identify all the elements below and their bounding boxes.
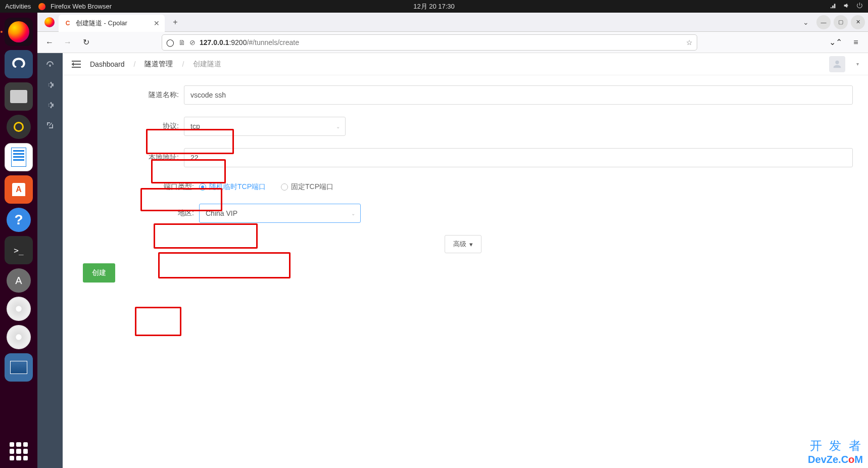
page-content: Dashboard / 隧道管理 / 创建隧道 ▾ 隧道名称: 协议: tcp (37, 53, 868, 468)
dock-help[interactable]: ? (7, 208, 31, 232)
port-type-random-label: 随机临时TCP端口 (209, 182, 266, 192)
create-tunnel-form: 隧道名称: 协议: tcp ⌄ 本地地址: 端口类型: (63, 75, 868, 293)
sidebar-gear-icon[interactable] (45, 80, 55, 89)
sidebar-toggle-button[interactable] (72, 61, 81, 68)
clock[interactable]: 12月 20 17:30 (413, 2, 455, 11)
firefox-window: C 创建隧道 - Cpolar ✕ + ⌄ — ▢ ✕ ← → ↻ ◯ 🗎 ⊘ … (37, 13, 868, 468)
protocol-label: 协议: (73, 122, 184, 131)
dock-software[interactable] (5, 175, 33, 204)
url-text: 127.0.0.1:9200/#/tunnels/create (200, 38, 299, 46)
dock-files[interactable] (5, 82, 33, 111)
page-main: Dashboard / 隧道管理 / 创建隧道 ▾ 隧道名称: 协议: tcp (63, 53, 868, 468)
dock-disc-2[interactable] (7, 325, 31, 349)
volume-icon[interactable] (843, 2, 850, 11)
sidebar-gear-icon-2[interactable] (45, 101, 55, 110)
tabs-dropdown-button[interactable]: ⌄ (803, 18, 809, 26)
tunnel-name-label: 隧道名称: (73, 90, 184, 100)
pocket-icon[interactable]: ⌄⌃ (828, 34, 844, 51)
app-sidebar (37, 53, 63, 468)
caret-down-icon: ▾ (469, 241, 473, 248)
advanced-toggle-button[interactable]: 高级 ▾ (445, 235, 481, 253)
radio-dot-icon (199, 183, 206, 191)
dock-disc-1[interactable] (7, 297, 31, 321)
region-select[interactable]: China VIP ⌄ (199, 204, 361, 223)
tab-favicon: C (64, 19, 72, 27)
tunnel-name-input[interactable] (184, 85, 853, 105)
nav-forward-button[interactable]: → (60, 34, 76, 51)
dock-apps-button[interactable] (10, 442, 28, 460)
watermark-line1: 开 发 者 (808, 438, 863, 454)
dock-terminal[interactable]: >_ (5, 236, 33, 264)
gnome-top-bar: Activities Firefox Web Browser 12月 20 17… (0, 0, 868, 13)
connection-icon[interactable]: ⊘ (189, 38, 196, 46)
dock-firefox[interactable] (5, 18, 33, 46)
new-tab-button[interactable]: + (168, 15, 183, 30)
firefox-tab-bar: C 创建隧道 - Cpolar ✕ + ⌄ — ▢ ✕ (37, 13, 868, 32)
region-label: 地区: (73, 209, 199, 218)
dock-rhythmbox[interactable] (7, 115, 31, 139)
ubuntu-dock: ? >_ A (0, 13, 37, 468)
nav-reload-button[interactable]: ↻ (78, 34, 94, 51)
nav-back-button[interactable]: ← (41, 34, 58, 51)
page-info-icon[interactable]: 🗎 (178, 38, 185, 46)
advanced-label: 高级 (453, 240, 466, 249)
shield-icon: ◯ (166, 38, 174, 46)
local-addr-input[interactable] (184, 148, 853, 167)
active-app-indicator[interactable]: Firefox Web Browser (38, 3, 112, 11)
user-menu-chevron-icon[interactable]: ▾ (856, 61, 859, 67)
page-topbar: Dashboard / 隧道管理 / 创建隧道 ▾ (63, 53, 868, 75)
port-type-fixed-label: 固定TCP端口 (291, 182, 333, 192)
port-type-label: 端口类型: (73, 182, 199, 192)
breadcrumb-tunnel-manage[interactable]: 隧道管理 (144, 60, 173, 69)
browser-tab-active[interactable]: C 创建隧道 - Cpolar ✕ (59, 15, 165, 32)
dock-thunderbird[interactable] (5, 50, 33, 78)
region-value: China VIP (206, 209, 237, 217)
create-button[interactable]: 创建 (83, 263, 115, 283)
local-addr-label: 本地地址: (73, 153, 184, 162)
chevron-down-icon: ⌄ (351, 211, 355, 216)
dock-writer[interactable] (5, 143, 33, 171)
url-bar[interactable]: ◯ 🗎 ⊘ 127.0.0.1:9200/#/tunnels/create ☆ (162, 34, 697, 51)
protocol-select[interactable]: tcp ⌄ (184, 117, 346, 136)
tab-title: 创建隧道 - Cpolar (76, 19, 127, 28)
dock-desktop[interactable] (5, 353, 33, 382)
window-minimize-button[interactable]: — (816, 15, 831, 29)
port-type-random-radio[interactable]: 随机临时TCP端口 (199, 182, 266, 192)
chevron-down-icon: ⌄ (336, 124, 340, 129)
watermark-line2: DevZe.CoM (808, 454, 863, 465)
watermark: 开 发 者 DevZe.CoM (808, 438, 863, 465)
power-icon[interactable] (856, 2, 863, 11)
breadcrumb-dashboard[interactable]: Dashboard (90, 60, 125, 68)
bookmark-star-icon[interactable]: ☆ (686, 38, 693, 46)
highlight-box (135, 307, 181, 336)
network-icon[interactable] (830, 2, 837, 11)
window-close-button[interactable]: ✕ (851, 15, 865, 29)
active-app-name: Firefox Web Browser (51, 3, 112, 10)
protocol-value: tcp (190, 122, 200, 130)
user-avatar[interactable] (829, 56, 845, 72)
window-maximize-button[interactable]: ▢ (834, 15, 848, 29)
firefox-home-icon[interactable] (40, 15, 59, 30)
firefox-icon (38, 3, 45, 10)
breadcrumb-create-tunnel: 创建隧道 (193, 60, 221, 69)
sidebar-external-icon[interactable] (45, 121, 55, 130)
port-type-fixed-radio[interactable]: 固定TCP端口 (281, 182, 333, 192)
breadcrumb-separator: / (182, 60, 184, 68)
activities-button[interactable]: Activities (5, 3, 31, 10)
breadcrumb-separator: / (134, 60, 136, 68)
firefox-toolbar: ← → ↻ ◯ 🗎 ⊘ 127.0.0.1:9200/#/tunnels/cre… (37, 32, 868, 53)
apps-grid-icon (10, 442, 28, 460)
app-menu-button[interactable]: ≡ (848, 34, 864, 51)
tab-close-button[interactable]: ✕ (154, 19, 160, 27)
radio-dot-icon (281, 183, 288, 191)
sidebar-dashboard-icon[interactable] (45, 60, 55, 69)
dock-updater[interactable]: A (7, 268, 31, 293)
